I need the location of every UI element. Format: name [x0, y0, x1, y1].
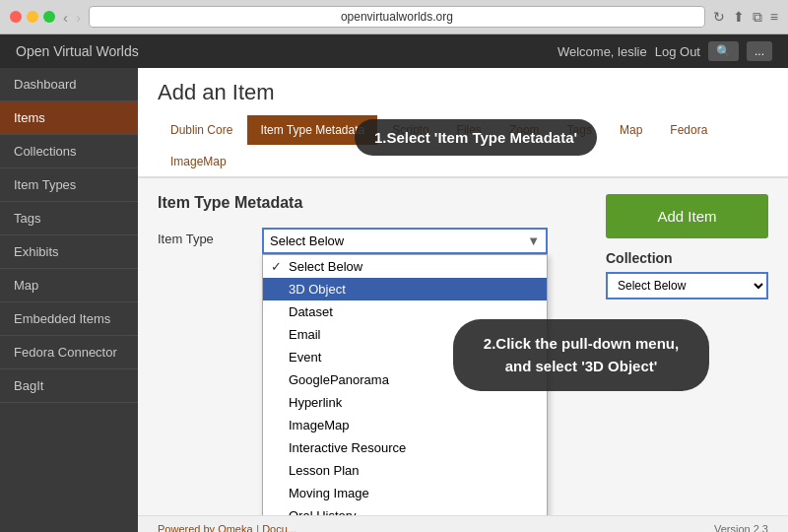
collection-section: Collection Select Below — [606, 250, 768, 299]
page-title: Add an Item — [158, 80, 768, 105]
forward-button[interactable]: › — [76, 9, 81, 26]
annotation-bubble-2-line1: 2.Click the pull-down menu, — [484, 335, 679, 352]
field-row-item-type: Item Type Select Below ▼ ✓Select Below 3… — [158, 228, 586, 254]
more-button[interactable]: ≡ — [770, 9, 778, 25]
collection-label: Collection — [606, 250, 768, 266]
footer-links: Powered by Omeka | Docu... — [158, 521, 296, 532]
app-header: Open Virtual Worlds Welcome, leslie Log … — [0, 34, 788, 68]
tab-imagemap[interactable]: ImageMap — [158, 147, 239, 176]
header-search-button[interactable]: 🔍 — [708, 41, 739, 61]
main-content: Add an Item Dublin Core Item Type Metada… — [138, 68, 788, 532]
refresh-button[interactable]: ↻ — [713, 9, 725, 25]
sidebar-item-items[interactable]: Items — [0, 101, 138, 135]
add-item-button[interactable]: Add Item — [606, 194, 768, 238]
item-type-label: Item Type — [158, 228, 246, 246]
minimize-button[interactable] — [27, 11, 38, 23]
sidebar-item-exhibits[interactable]: Exhibits — [0, 235, 138, 269]
content-footer: Powered by Omeka | Docu... Version 2.3 — [138, 515, 788, 532]
dropdown-selected-value: Select Below — [270, 233, 344, 248]
back-button[interactable]: ‹ — [63, 9, 68, 26]
welcome-text: Welcome, leslie — [558, 44, 647, 59]
dropdown-item-hyperlink[interactable]: Hyperlink — [263, 391, 547, 414]
dropdown-item-3d-object[interactable]: 3D Object — [263, 278, 547, 300]
sidebar-item-dashboard[interactable]: Dashboard — [0, 68, 138, 101]
new-tab-button[interactable]: ⧉ — [753, 9, 762, 26]
logout-link[interactable]: Log Out — [655, 44, 700, 59]
tab-fedora[interactable]: Fedora — [657, 115, 720, 145]
annotation-bubble-2: 2.Click the pull-down menu, and select '… — [453, 319, 709, 391]
dropdown-item-lesson-plan[interactable]: Lesson Plan — [263, 459, 547, 482]
close-button[interactable] — [10, 11, 22, 23]
section-title: Item Type Metadata — [158, 194, 586, 212]
user-area: Welcome, leslie Log Out 🔍 ... — [558, 41, 772, 61]
dropdown-item-oral-history[interactable]: Oral History — [263, 504, 547, 515]
collection-select[interactable]: Select Below — [606, 272, 768, 299]
sidebar-item-embedded-items[interactable]: Embedded Items — [0, 302, 138, 336]
dropdown-arrow-icon: ▼ — [527, 233, 540, 248]
annotation-bubble-1: 1.Select 'Item Type Metadata' — [355, 119, 597, 156]
dropdown-item-imagemap[interactable]: ImageMap — [263, 414, 547, 436]
header-more-button[interactable]: ... — [747, 41, 772, 61]
main-layout: Dashboard Items Collections Item Types T… — [0, 68, 788, 532]
sidebar: Dashboard Items Collections Item Types T… — [0, 68, 138, 532]
version-text: Version 2.3 — [714, 523, 768, 533]
share-button[interactable]: ⬆ — [733, 9, 745, 25]
app-title: Open Virtual Worlds — [16, 43, 139, 59]
dropdown-wrapper: Select Below ▼ ✓Select Below 3D Object D… — [262, 228, 548, 254]
sidebar-item-fedora-connector[interactable]: Fedora Connector — [0, 336, 138, 369]
documentation-link[interactable]: Docu... — [262, 523, 296, 532]
dropdown-display[interactable]: Select Below ▼ — [262, 228, 548, 254]
powered-by-omeka-link[interactable]: Powered by Omeka — [158, 523, 253, 532]
browser-chrome: ‹ › openvirtualworlds.org ↻ ⬆ ⧉ ≡ — [0, 0, 788, 34]
sidebar-item-map[interactable]: Map — [0, 269, 138, 302]
tab-map[interactable]: Map — [607, 115, 655, 145]
tab-dublin-core[interactable]: Dublin Core — [158, 115, 245, 145]
sidebar-item-tags[interactable]: Tags — [0, 202, 138, 235]
sidebar-item-bagit[interactable]: BagIt — [0, 369, 138, 403]
dropdown-item-interactive-resource[interactable]: Interactive Resource — [263, 436, 547, 459]
checkmark-icon: ✓ — [271, 259, 285, 274]
address-bar[interactable]: openvirtualworlds.org — [89, 6, 705, 28]
sidebar-item-collections[interactable]: Collections — [0, 135, 138, 168]
dropdown-item-select-below[interactable]: ✓Select Below — [263, 255, 547, 278]
dropdown-item-moving-image[interactable]: Moving Image — [263, 482, 547, 504]
maximize-button[interactable] — [43, 11, 55, 23]
sidebar-item-item-types[interactable]: Item Types — [0, 168, 138, 202]
traffic-lights — [10, 11, 55, 23]
annotation-bubble-2-line2: and select '3D Object' — [505, 358, 658, 374]
